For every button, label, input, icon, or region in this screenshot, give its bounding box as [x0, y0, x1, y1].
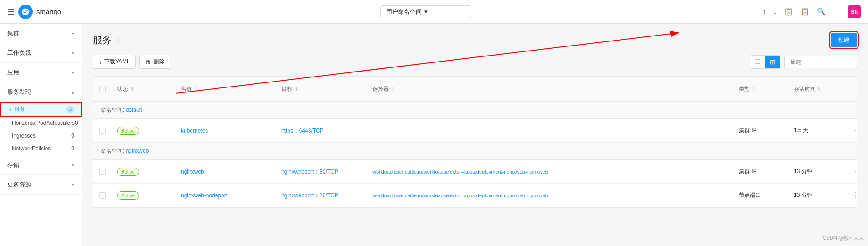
main-content: 服务 ☆ 创建 ↓ 下载YAML 🗑 删除 ☰ ⊞: [82, 24, 868, 246]
target-port-link[interactable]: https ↕ 6443/TCP: [281, 128, 324, 134]
status-badge: Active: [117, 127, 139, 135]
table-header: 状态 ⇅ 名称 ⇅ 目标 ⇅ 选择器 ⇅ 类型 ⇅: [93, 77, 857, 102]
toolbar-left: ↓ 下载YAML 🗑 删除: [93, 55, 170, 69]
selector-cell: [367, 126, 734, 135]
sidebar-item-hpa[interactable]: HorizontalPodAutoscalers 0: [0, 117, 82, 129]
sidebar-group-cluster: 集群 ▾: [0, 24, 82, 43]
chevron-down-icon: ▾: [424, 8, 428, 15]
col-header-type: 类型 ⇅: [734, 85, 788, 93]
star-icon[interactable]: ☆: [115, 36, 121, 45]
service-name-link[interactable]: nginxweb-nodeport: [181, 192, 227, 199]
col-header-age: 存活时间 ⇅: [788, 85, 843, 93]
chevron-right-icon: ▾: [72, 163, 74, 168]
app-name: smartgo: [36, 8, 61, 15]
actions-cell: ⋮: [843, 186, 857, 204]
table-row: Active nginxweb-nodeport nginxwebport ↕ …: [93, 184, 857, 207]
sort-status-icon[interactable]: ⇅: [130, 87, 134, 92]
ns-separator-nginxweb: 命名空间: nginxweb: [93, 143, 857, 160]
toolbar: ↓ 下载YAML 🗑 删除 ☰ ⊞: [93, 55, 857, 69]
network-policies-count-badge: 0: [71, 145, 74, 152]
sort-target-icon[interactable]: ⇅: [294, 87, 298, 92]
row-checkbox-nginxweb-nodeport[interactable]: [99, 192, 106, 199]
chevron-right-icon: ▾: [72, 182, 74, 187]
sort-selector-icon[interactable]: ⇅: [391, 87, 394, 92]
service-name-link[interactable]: kubernetes: [181, 128, 208, 134]
service-name-link[interactable]: nginxweb: [181, 169, 204, 175]
user-avatar[interactable]: BIt: [848, 5, 861, 18]
download-yaml-button[interactable]: ↓ 下载YAML: [93, 55, 136, 69]
filter-input[interactable]: [784, 56, 857, 68]
selector-text[interactable]: workload.user.cattle.io/workloadselector…: [372, 169, 548, 174]
sidebar-group-service-discovery: 服务发现 ▴ ▪ 服务 3 HorizontalPodAutoscalers 0: [0, 82, 82, 155]
row-checkbox-nginxweb[interactable]: [99, 169, 106, 175]
age-cell: 13 分钟: [788, 163, 843, 180]
row-more-icon[interactable]: ⋮: [848, 168, 863, 175]
grid-view-button[interactable]: ⊞: [765, 56, 780, 68]
create-button[interactable]: 创建: [831, 33, 857, 47]
sidebar-group-workload-header[interactable]: 工作负载 ▾: [0, 43, 82, 62]
hamburger-icon[interactable]: ☰: [7, 7, 15, 17]
sidebar-item-ingresses[interactable]: Ingresses 0: [0, 129, 82, 142]
table-row: Active nginxweb nginxwebport ↕ 80/TCP wo…: [93, 160, 857, 184]
sidebar-item-network-policies[interactable]: NetworkPolicies 0: [0, 142, 82, 155]
sort-type-icon[interactable]: ⇅: [752, 87, 755, 92]
sidebar-group-service-discovery-header[interactable]: 服务发现 ▴: [0, 82, 82, 102]
table-row: Active kubernetes https ↕ 6443/TCP 集群 IP…: [93, 119, 857, 143]
header-center: 用户命名空间 ▾: [89, 5, 762, 18]
delete-icon: 🗑: [145, 59, 151, 65]
search-icon[interactable]: 🔍: [817, 7, 826, 16]
row-checkbox: [93, 188, 112, 203]
download-yaml-icon: ↓: [99, 59, 102, 65]
type-cell: 集群 IP: [734, 122, 788, 139]
more-icon[interactable]: ⋮: [833, 7, 841, 16]
status-cell: Active: [112, 163, 176, 180]
sidebar-group-app-header[interactable]: 应用 ▾: [0, 63, 82, 82]
age-cell: 1.5 天: [788, 122, 843, 139]
name-cell: nginxweb: [176, 164, 276, 179]
top-header: ☰ smartgo 用户命名空间 ▾ ↑ ↓ 📋 📋 🔍 ⋮ BIt: [0, 0, 868, 24]
selector-cell: workload.user.cattle.io/workloadselector…: [367, 188, 734, 203]
type-cell: 集群 IP: [734, 163, 788, 180]
target-port-link[interactable]: nginxwebport ↕ 80/TCP: [281, 169, 338, 175]
target-port-link[interactable]: nginxwebport ↕ 80/TCP: [281, 192, 338, 199]
ns-nginxweb-link[interactable]: nginxweb: [126, 148, 149, 154]
status-badge: Active: [117, 191, 139, 200]
clipboard-icon[interactable]: 📋: [801, 7, 810, 16]
download-icon[interactable]: ↓: [773, 8, 777, 16]
sidebar-group-storage: 存储 ▾: [0, 155, 82, 175]
sort-age-icon[interactable]: ⇅: [817, 87, 821, 92]
name-cell: nginxweb-nodeport: [176, 188, 276, 203]
row-checkbox-kubernetes[interactable]: [99, 128, 106, 134]
page-title-area: 服务 ☆: [93, 34, 121, 46]
sidebar-group-cluster-header[interactable]: 集群 ▾: [0, 24, 82, 43]
actions-cell: ⋮: [843, 122, 857, 139]
namespace-label: 用户命名空间: [386, 8, 422, 16]
toolbar-right: ☰ ⊞: [750, 55, 857, 69]
sidebar-group-workload: 工作负载 ▾: [0, 43, 82, 63]
view-toggle: ☰ ⊞: [750, 55, 780, 69]
sidebar-item-service[interactable]: ▪ 服务 3: [0, 102, 82, 117]
ns-default-link[interactable]: default: [126, 107, 142, 113]
sidebar-group-more-header[interactable]: 更多资源 ▾: [0, 175, 82, 194]
header-left: ☰ smartgo: [7, 5, 89, 19]
selector-text[interactable]: workload.user.cattle.io/workloadselector…: [372, 193, 548, 198]
row-more-icon[interactable]: ⋮: [848, 127, 863, 134]
target-cell: nginxwebport ↕ 80/TCP: [276, 164, 367, 179]
ingresses-count-badge: 0: [71, 133, 74, 139]
chevron-right-icon: ▾: [72, 31, 74, 36]
delete-button[interactable]: 🗑 删除: [140, 55, 170, 69]
row-more-icon[interactable]: ⋮: [848, 191, 863, 199]
list-view-button[interactable]: ☰: [750, 56, 765, 68]
age-cell: 13 分钟: [788, 187, 843, 204]
ns-separator-default: 命名空间: default: [93, 102, 857, 119]
sidebar-group-storage-header[interactable]: 存储 ▾: [0, 155, 82, 174]
select-all-checkbox[interactable]: [99, 86, 106, 92]
target-cell: nginxwebport ↕ 80/TCP: [276, 188, 367, 203]
namespace-selector[interactable]: 用户命名空间 ▾: [380, 5, 471, 18]
upload-icon[interactable]: ↑: [762, 8, 766, 16]
service-dot-icon: ▪: [9, 106, 11, 113]
sort-name-icon[interactable]: ⇅: [194, 87, 197, 92]
sidebar: 集群 ▾ 工作负载 ▾ 应用 ▾ 服务发现 ▴: [0, 24, 82, 246]
chevron-right-icon: ▾: [72, 70, 74, 75]
copy-icon[interactable]: 📋: [784, 7, 793, 16]
